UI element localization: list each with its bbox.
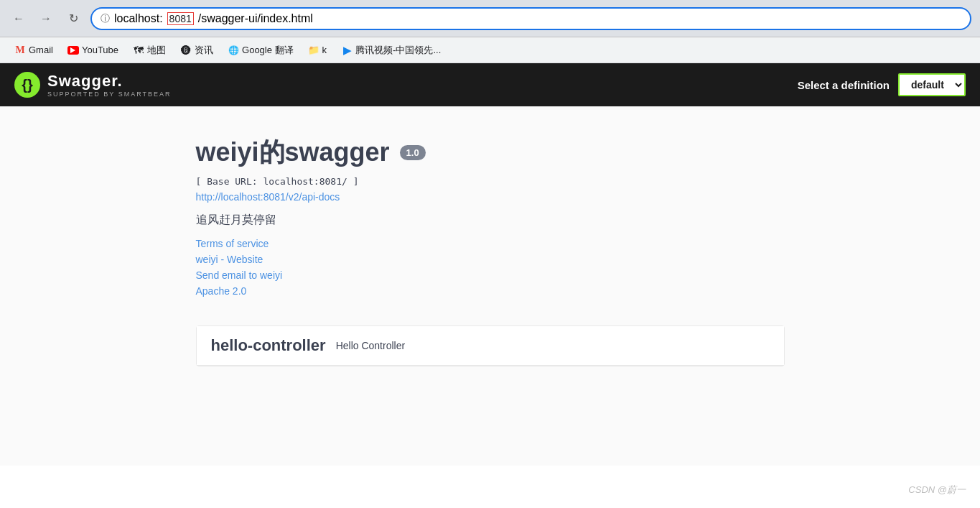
content-wrapper: weiyi的swagger 1.0 [ Base URL: localhost:… xyxy=(167,135,813,366)
api-title: weiyi的swagger xyxy=(196,135,390,170)
url-port: 8081 xyxy=(167,12,194,25)
controller-description: Hello Controller xyxy=(336,340,405,351)
bookmark-maps-label: 地图 xyxy=(147,44,166,57)
folder-k-icon: 📁 xyxy=(308,45,319,56)
bookmark-tencent[interactable]: ▶ 腾讯视频-中国领先... xyxy=(335,42,447,59)
bookmark-translate[interactable]: 🌐 Google 翻译 xyxy=(222,42,299,59)
bookmarks-bar: M Gmail YouTube 🗺 地图 🅖 资讯 🌐 Google 翻译 📁 … xyxy=(0,37,980,63)
swagger-curly-braces: {} xyxy=(22,77,33,93)
bookmark-k-label: k xyxy=(322,45,327,55)
back-button[interactable]: ← xyxy=(9,9,29,29)
tencent-video-icon: ▶ xyxy=(341,45,353,56)
bookmark-youtube-label: YouTube xyxy=(82,45,118,55)
api-info-block: weiyi的swagger 1.0 [ Base URL: localhost:… xyxy=(196,135,785,297)
browser-chrome: ← → ↻ ⓘ localhost:8081/swagger-ui/index.… xyxy=(0,0,980,37)
reload-button[interactable]: ↻ xyxy=(63,9,83,29)
bookmark-k[interactable]: 📁 k xyxy=(302,42,333,58)
bookmark-youtube[interactable]: YouTube xyxy=(62,42,124,58)
watermark: CSDN @蔚一 xyxy=(908,484,966,497)
url-prefix: localhost: xyxy=(114,12,163,25)
license-link[interactable]: Apache 2.0 xyxy=(196,285,785,297)
api-description: 追风赶月莫停留 xyxy=(196,213,785,228)
maps-icon: 🗺 xyxy=(133,45,144,56)
bookmark-news-label: 资讯 xyxy=(195,44,213,57)
address-bar[interactable]: ⓘ localhost:8081/swagger-ui/index.html xyxy=(90,7,971,30)
api-links: Terms of service weiyi - Website Send em… xyxy=(196,238,785,297)
bookmark-maps[interactable]: 🗺 地图 xyxy=(127,42,172,59)
forward-button[interactable]: → xyxy=(36,9,56,29)
select-definition-label: Select a definition xyxy=(798,79,890,91)
api-version-badge: 1.0 xyxy=(400,145,426,160)
news-icon: 🅖 xyxy=(180,45,192,56)
swagger-navbar: {} Swagger. Supported by SMARTBEAR Selec… xyxy=(0,63,980,106)
swagger-title: Swagger. xyxy=(47,72,172,91)
terms-of-service-link[interactable]: Terms of service xyxy=(196,238,785,249)
controller-header[interactable]: hello-controller Hello Controller xyxy=(197,326,784,366)
gmail-icon: M xyxy=(14,45,26,56)
email-link[interactable]: Send email to weiyi xyxy=(196,269,785,281)
security-info-icon: ⓘ xyxy=(101,12,110,25)
swagger-logo: {} Swagger. Supported by SMARTBEAR xyxy=(14,72,172,98)
swagger-definition-selector[interactable]: Select a definition default xyxy=(798,73,966,96)
swagger-logo-text: Swagger. Supported by SMARTBEAR xyxy=(47,72,172,98)
api-docs-link[interactable]: http://localhost:8081/v2/api-docs xyxy=(196,191,785,203)
google-translate-icon: 🌐 xyxy=(228,45,239,56)
bookmark-news[interactable]: 🅖 资讯 xyxy=(174,42,219,59)
controller-section: hello-controller Hello Controller xyxy=(196,325,785,366)
swagger-logo-icon: {} xyxy=(14,72,40,98)
bookmark-gmail-label: Gmail xyxy=(29,45,53,55)
bookmark-tencent-label: 腾讯视频-中国领先... xyxy=(355,44,441,57)
controller-name: hello-controller xyxy=(211,336,326,355)
url-suffix: /swagger-ui/index.html xyxy=(198,12,313,25)
api-base-url: [ Base URL: localhost:8081/ ] xyxy=(196,176,785,187)
swagger-subtitle: Supported by SMARTBEAR xyxy=(47,91,172,98)
api-title-row: weiyi的swagger 1.0 xyxy=(196,135,785,170)
definition-select[interactable]: default xyxy=(898,73,966,96)
main-content: weiyi的swagger 1.0 [ Base URL: localhost:… xyxy=(0,106,980,466)
website-link[interactable]: weiyi - Website xyxy=(196,254,785,265)
bookmark-gmail[interactable]: M Gmail xyxy=(9,42,59,58)
bookmark-translate-label: Google 翻译 xyxy=(242,44,294,57)
youtube-icon xyxy=(67,45,79,56)
